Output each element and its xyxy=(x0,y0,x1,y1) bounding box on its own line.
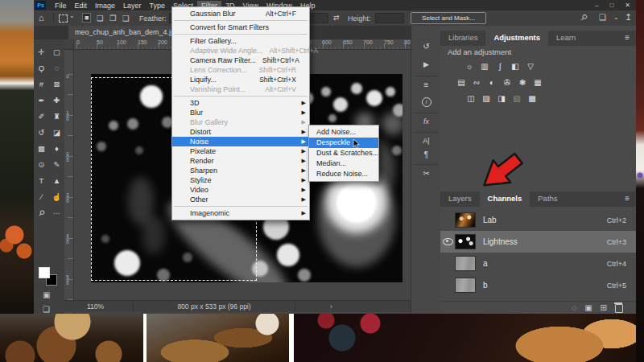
photo-filter-icon[interactable]: ✇ xyxy=(501,77,514,88)
clone-stamp-tool[interactable]: ♜ xyxy=(49,109,64,125)
foreground-color-swatch[interactable] xyxy=(39,267,50,278)
channel-row-b[interactable]: b Ctrl+5 xyxy=(440,274,636,296)
menu-file[interactable]: File xyxy=(51,1,71,10)
info-icon[interactable]: i xyxy=(411,97,441,107)
menu-item-filter-gallery[interactable]: Filter Gallery... xyxy=(172,36,309,46)
menu-item-liquify[interactable]: Liquify...Shift+Ctrl+X xyxy=(172,75,309,84)
eyedropper-tool[interactable]: ✒ xyxy=(34,93,49,109)
invert-icon[interactable]: ◫ xyxy=(464,93,477,105)
paragraph-icon[interactable]: ¶ xyxy=(411,150,441,159)
threshold-icon[interactable]: ◨ xyxy=(495,93,508,105)
gradient-tool[interactable]: ▩ xyxy=(34,141,49,157)
share-icon[interactable]: ↥ xyxy=(625,12,632,23)
chevron-down-icon[interactable]: ⌄ xyxy=(613,14,619,21)
new-channel-icon[interactable]: ⊞ xyxy=(601,302,607,314)
brightness-contrast-icon[interactable]: ☼ xyxy=(463,61,476,72)
zoom-level[interactable]: 110% xyxy=(87,301,104,312)
posterize-icon[interactable]: ▨ xyxy=(480,93,493,105)
marquee-tool-icon[interactable] xyxy=(59,14,68,23)
curves-icon[interactable]: ∫ xyxy=(493,61,506,72)
panel-menu-icon[interactable]: ≡ xyxy=(625,31,636,46)
select-and-mask-button[interactable]: Select and Mask... xyxy=(411,12,486,24)
quick-mask-icon[interactable]: ▣ xyxy=(43,290,50,299)
menu-item-blur[interactable]: Blur▶ xyxy=(172,108,309,117)
tool-presets-icon[interactable]: ✂ xyxy=(411,169,441,178)
history-icon[interactable]: ↺ xyxy=(411,42,441,51)
panel-menu-icon[interactable]: ≡ xyxy=(625,191,636,207)
height-input[interactable] xyxy=(375,13,404,23)
menu-item-noise[interactable]: Noise▶ xyxy=(172,137,309,146)
menu-item-gaussian-blur[interactable]: Gaussian BlurAlt+Ctrl+F xyxy=(172,9,309,19)
add-to-selection-icon[interactable]: ❏ xyxy=(97,14,104,23)
tab-adjustments[interactable]: Adjustments xyxy=(485,31,548,46)
eraser-tool[interactable]: ◪ xyxy=(49,125,64,141)
move-tool[interactable]: ✛ xyxy=(34,44,49,60)
subtract-from-selection-icon[interactable]: ❐ xyxy=(109,14,117,23)
link-dimensions-icon[interactable]: ⇄ xyxy=(333,14,340,22)
eye-icon[interactable] xyxy=(443,238,453,245)
load-channel-as-selection-icon[interactable]: ◌ xyxy=(572,302,576,314)
menu-item-sharpen[interactable]: Sharpen▶ xyxy=(172,166,309,175)
pen-tool[interactable]: ✎ xyxy=(49,157,64,173)
brush-tool[interactable]: ✐ xyxy=(34,109,49,125)
styles-icon[interactable]: fx xyxy=(411,117,441,125)
menu-edit[interactable]: Edit xyxy=(71,1,92,10)
history-brush-tool[interactable]: ↺ xyxy=(34,125,49,141)
levels-icon[interactable]: ▥ xyxy=(478,61,491,72)
intersect-selection-icon[interactable]: ❑ xyxy=(122,14,130,23)
visibility-cell[interactable] xyxy=(440,238,455,245)
properties-icon[interactable]: ≡ xyxy=(411,80,441,89)
chevron-down-icon[interactable]: ⌄ xyxy=(69,12,75,19)
crop-tool[interactable]: # xyxy=(34,76,49,93)
menu-item-reduce-noise[interactable]: Reduce Noise... xyxy=(309,169,378,179)
screen-mode-icon[interactable]: ❏ xyxy=(43,305,50,314)
hand-tool[interactable]: ☝ xyxy=(49,189,64,205)
delete-channel-icon[interactable] xyxy=(615,304,623,313)
menu-layer[interactable]: Layer xyxy=(119,1,146,10)
menu-item-camera-raw-filter[interactable]: Camera Raw Filter...Shift+Ctrl+A xyxy=(172,56,309,65)
menu-item-3d[interactable]: 3D▶ xyxy=(172,98,309,108)
menu-type[interactable]: Type xyxy=(146,1,170,10)
menu-item-video[interactable]: Video▶ xyxy=(172,185,309,195)
channel-row-a[interactable]: a Ctrl+4 xyxy=(440,253,636,274)
save-selection-as-channel-icon[interactable]: ▣ xyxy=(584,302,592,314)
status-chevron-icon[interactable]: › xyxy=(330,301,332,312)
character-icon[interactable]: A| xyxy=(411,137,441,145)
path-selection-tool[interactable]: ▲ xyxy=(49,173,64,189)
menu-image[interactable]: Image xyxy=(91,1,119,10)
search-icon[interactable]: ⚲ xyxy=(579,12,589,23)
home-icon[interactable]: ⌂ xyxy=(39,13,44,23)
menu-item-render[interactable]: Render▶ xyxy=(172,156,309,166)
menu-item-stylize[interactable]: Stylize▶ xyxy=(172,175,309,185)
menu-item-median[interactable]: Median... xyxy=(309,158,378,169)
menu-item-dust-and-scratches[interactable]: Dust & Scratches... xyxy=(309,148,378,158)
channel-mixer-icon[interactable]: ❃ xyxy=(516,77,529,88)
lasso-tool[interactable]: Ϙ xyxy=(34,60,49,76)
menu-item-pixelate[interactable]: Pixelate▶ xyxy=(172,146,309,156)
channel-row-lab[interactable]: Lab Ctrl+2 xyxy=(440,209,636,231)
tab-learn[interactable]: Learn xyxy=(548,31,584,46)
actions-icon[interactable]: ▶ xyxy=(411,60,441,68)
quick-selection-tool[interactable]: ◌ xyxy=(49,60,64,76)
close-icon[interactable]: ✕ xyxy=(625,2,630,9)
channel-row-lightness[interactable]: Lightness Ctrl+3 xyxy=(440,231,636,253)
marquee-tool[interactable]: ▢ xyxy=(49,44,64,60)
vibrance-icon[interactable]: ▽ xyxy=(524,61,537,72)
selective-color-icon[interactable]: ▧ xyxy=(510,93,523,105)
screen-mode-icon[interactable]: ❏ xyxy=(599,13,606,22)
hue-saturation-icon[interactable]: ▤ xyxy=(455,77,468,88)
gradient-map-icon[interactable]: ▩ xyxy=(526,93,539,105)
healing-brush-tool[interactable]: ✚ xyxy=(49,93,64,109)
minimize-icon[interactable]: – xyxy=(595,2,598,9)
blur-tool[interactable]: ♦ xyxy=(49,141,64,157)
frame-tool[interactable]: ⊠ xyxy=(49,76,64,93)
black-white-icon[interactable]: ◐ xyxy=(485,77,498,88)
color-balance-icon[interactable]: ∾ xyxy=(470,77,483,88)
maximize-icon[interactable]: □ xyxy=(609,2,613,9)
dodge-tool[interactable]: ⊙ xyxy=(34,157,49,173)
menu-item-convert-smart-filters[interactable]: Convert for Smart Filters xyxy=(172,23,309,32)
menu-item-other[interactable]: Other▶ xyxy=(172,195,309,204)
tab-libraries[interactable]: Libraries xyxy=(440,31,485,46)
type-tool[interactable]: T xyxy=(34,173,49,189)
tab-paths[interactable]: Paths xyxy=(530,191,565,207)
